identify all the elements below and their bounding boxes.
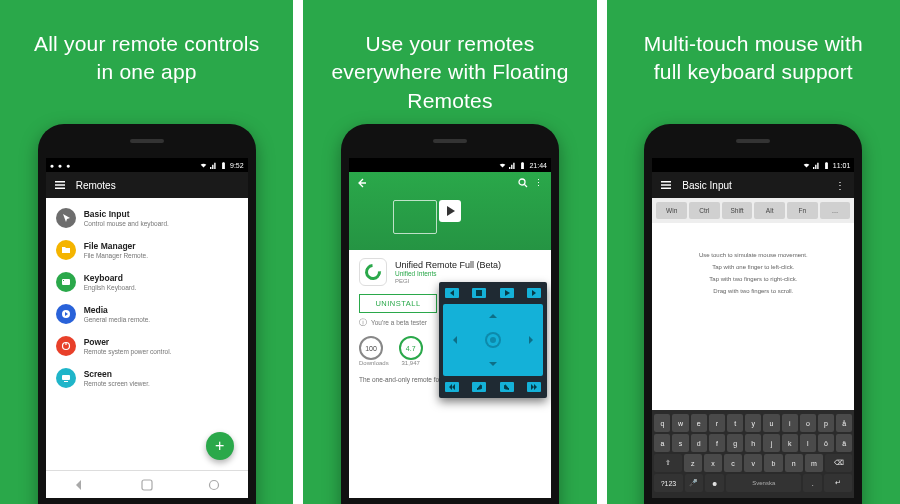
remote-row-keyboard[interactable]: KeyboardEnglish Keyboard. [46,266,248,298]
key-å[interactable]: å [836,414,852,432]
row-subtitle: Remote system power control. [84,348,172,355]
promo-panel-1: All your remote controlsin one app ● ● ●… [0,0,293,504]
key-.[interactable]: . [803,474,822,492]
downloads-label: Downloads [359,360,389,366]
key-z[interactable]: z [684,454,702,472]
remote-row-power[interactable]: PowerRemote system power control. [46,330,248,362]
dpad-ok-icon[interactable] [487,334,499,346]
nav-back-icon[interactable] [72,478,86,492]
key-p[interactable]: p [818,414,834,432]
uninstall-button[interactable]: UNINSTALL [359,294,437,313]
play-icon [56,304,76,324]
svg-rect-7 [62,375,70,380]
mod-key-fn[interactable]: Fn [787,202,818,219]
fl-redo-icon[interactable] [500,382,514,392]
status-bar: ● ● ● 9:52 [46,158,248,172]
key-ö[interactable]: ö [818,434,834,452]
remote-row-media[interactable]: MediaGeneral media remote. [46,298,248,330]
remote-row-screen[interactable]: ScreenRemote screen viewer. [46,362,248,394]
mod-key-win[interactable]: Win [656,202,687,219]
mod-key-…[interactable]: … [820,202,851,219]
status-time: 21:44 [529,162,547,169]
key-l[interactable]: l [800,434,816,452]
nav-home-icon[interactable] [140,478,154,492]
key-a[interactable]: a [654,434,670,452]
soft-keyboard: qwertyuiopå asdfghjklöä ⇧zxcvbnm⌫ ?123🎤☻… [652,410,854,498]
key-☻[interactable]: ☻ [705,474,724,492]
appbar-title: Basic Input [682,180,824,191]
row-subtitle: General media remote. [84,316,150,323]
mod-key-ctrl[interactable]: Ctrl [689,202,720,219]
key-space[interactable]: Svenska [726,474,801,492]
app-developer[interactable]: Unified Intents [395,270,501,277]
svg-rect-1 [223,162,224,163]
fl-undo-icon[interactable] [472,382,486,392]
more-icon[interactable]: ⋮ [834,179,846,191]
dpad-right-icon[interactable] [529,336,537,344]
add-remote-fab[interactable]: + [206,432,234,460]
key-j[interactable]: j [763,434,779,452]
row-title: Keyboard [84,273,137,283]
key-d[interactable]: d [691,434,707,452]
key-?123[interactable]: ?123 [654,474,682,492]
key-v[interactable]: v [744,454,762,472]
more-icon[interactable]: ⋮ [534,178,543,188]
key-⇧[interactable]: ⇧ [654,454,681,472]
remote-row-file-manager[interactable]: File ManagerFile Manager Remote. [46,234,248,266]
signal-icon [813,162,820,169]
mod-key-alt[interactable]: Alt [754,202,785,219]
cursor-icon [56,208,76,228]
app-bar: Remotes [46,172,248,198]
key-i[interactable]: i [782,414,798,432]
fl-play-icon[interactable] [500,288,514,298]
key-e[interactable]: e [691,414,707,432]
fl-stop-icon[interactable] [472,288,486,298]
key-s[interactable]: s [672,434,688,452]
play-video-icon[interactable] [439,200,461,222]
key-b[interactable]: b [764,454,782,472]
mod-key-shift[interactable]: Shift [722,202,753,219]
row-title: Basic Input [84,209,169,219]
key-w[interactable]: w [672,414,688,432]
key-⌫[interactable]: ⌫ [825,454,852,472]
wifi-icon [499,162,506,169]
svg-point-13 [519,179,525,185]
key-f[interactable]: f [709,434,725,452]
back-arrow-icon[interactable] [357,178,367,188]
dpad-up-icon[interactable] [489,310,497,318]
key-y[interactable]: y [745,414,761,432]
hamburger-icon[interactable] [54,179,66,191]
key-c[interactable]: c [724,454,742,472]
fl-skip-fwd-icon[interactable] [527,382,541,392]
nav-recent-icon[interactable] [207,478,221,492]
search-icon[interactable] [518,178,528,188]
dpad-left-icon[interactable] [449,336,457,344]
key-o[interactable]: o [800,414,816,432]
appbar-title: Remotes [76,180,240,191]
key-ä[interactable]: ä [836,434,852,452]
touchpad-area[interactable]: Use touch to simulate mouse movement.Tap… [652,223,854,323]
fl-skip-back-icon[interactable] [445,382,459,392]
key-↵[interactable]: ↵ [824,474,852,492]
key-t[interactable]: t [727,414,743,432]
key-r[interactable]: r [709,414,725,432]
remotes-list: Basic InputControl mouse and keyboard.Fi… [46,198,248,470]
key-m[interactable]: m [805,454,823,472]
fl-prev-icon[interactable] [445,288,459,298]
dpad-down-icon[interactable] [489,362,497,370]
dpad[interactable] [443,304,543,376]
key-g[interactable]: g [727,434,743,452]
app-bar: Basic Input ⋮ [652,172,854,198]
key-🎤[interactable]: 🎤 [685,474,704,492]
key-q[interactable]: q [654,414,670,432]
key-h[interactable]: h [745,434,761,452]
fl-next-icon[interactable] [527,288,541,298]
key-n[interactable]: n [785,454,803,472]
hamburger-icon[interactable] [660,179,672,191]
svg-point-10 [209,480,218,489]
floating-remote[interactable] [439,282,547,398]
remote-row-basic-input[interactable]: Basic InputControl mouse and keyboard. [46,202,248,234]
key-x[interactable]: x [704,454,722,472]
key-k[interactable]: k [782,434,798,452]
key-u[interactable]: u [763,414,779,432]
